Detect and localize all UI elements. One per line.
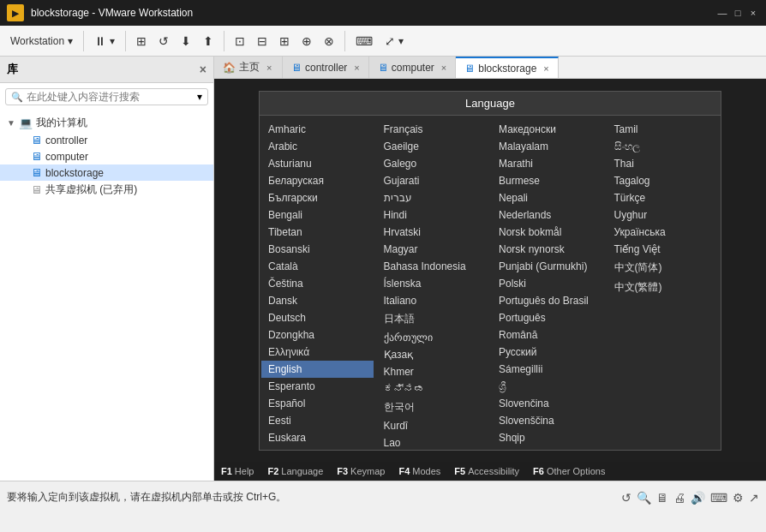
lang-item-english[interactable]: English [261,361,374,378]
lang-item-albanian[interactable]: Shqip [492,429,604,446]
lang-item-norsk-bokmal[interactable]: Norsk bokmål [492,224,604,241]
tab-controller-close[interactable]: × [354,63,359,73]
tab-controller[interactable]: 🖥 controller × [283,57,369,79]
lang-item-norsk-nynorsk[interactable]: Norsk nynorsk [492,241,604,258]
resume-button[interactable]: ⬆ [198,31,218,51]
lang-item-cestina[interactable]: Čeština [261,275,374,292]
lang-item-portuguese[interactable]: Português [492,309,604,326]
lang-item-hindi[interactable]: Hindi [377,206,489,224]
lang-item-euskara[interactable]: Euskara [261,429,374,446]
lang-item-polski[interactable]: Polski [492,275,604,292]
window-btn-3[interactable]: ⊞ [274,31,295,51]
status-icon-sound[interactable]: 🔊 [691,491,705,505]
lang-item-zh-simplified[interactable]: 中文(简体) [607,258,720,278]
f4-item[interactable]: F4 Modes [398,466,440,476]
suspend-button[interactable]: ⬇ [176,31,196,51]
lang-item-gaeilge[interactable]: Gaeilge [377,138,489,155]
window-btn-2[interactable]: ⊟ [252,31,272,51]
lang-item-punjabi[interactable]: Punjabi (Gurmukhi) [492,258,604,275]
window-btn-4[interactable]: ⊕ [296,31,317,51]
vm-settings-button[interactable]: ⊞ [131,31,152,51]
close-button[interactable]: × [747,7,759,19]
snapshot-button[interactable]: ↺ [153,31,174,51]
tab-home[interactable]: 🏠 主页 × [214,57,283,79]
lang-item-bengali[interactable]: Bengali [261,206,374,224]
tree-item-my-computer[interactable]: ▼ 💻 我的计算机 [0,114,213,132]
lang-item-espanol[interactable]: Español [261,395,374,412]
window-btn-5[interactable]: ⊗ [319,31,339,51]
lang-item-marathi[interactable]: Marathi [492,155,604,172]
status-icon-print[interactable]: 🖨 [673,491,685,505]
lang-item-esperanto[interactable]: Esperanto [261,378,374,395]
lang-item-tamil[interactable]: Tamil [607,121,720,138]
lang-item-turkish[interactable]: Türkçe [607,189,720,206]
lang-item-thai[interactable]: Thai [607,155,720,172]
f3-item[interactable]: F3 Keymap [337,466,385,476]
lang-item-galego[interactable]: Galego [377,155,489,172]
lang-item-catala[interactable]: Català [261,258,374,275]
lang-item-sinhala2[interactable]: සිංහල [607,138,720,155]
lang-item-vietnamese[interactable]: Tiếng Việt [607,241,720,258]
lang-item-asturianu[interactable]: Asturianu [261,155,374,172]
status-icon-monitor[interactable]: 🖥 [656,491,668,505]
lang-item-bulgarski[interactable]: Български [261,189,374,206]
lang-item-kazakh[interactable]: Қазақ [377,346,489,363]
tab-blockstorage-close[interactable]: × [543,63,548,74]
status-icon-gear[interactable]: ⚙ [733,491,744,505]
lang-item-farsi[interactable]: فارسی [261,446,374,450]
lang-item-slovak[interactable]: Slovenčina [492,395,604,412]
lang-item-greek[interactable]: Ελληνικά [261,344,374,361]
minimize-button[interactable]: — [716,7,728,19]
lang-item-dutch[interactable]: Nederlands [492,206,604,224]
console-button[interactable]: ⌨ [350,31,378,51]
lang-item-islenska[interactable]: Íslenska [377,275,489,292]
maximize-button[interactable]: □ [732,7,744,19]
lang-item-korean[interactable]: 한국어 [377,398,489,417]
lang-item-bahasa[interactable]: Bahasa Indonesia [377,258,489,275]
pause-button[interactable]: ⏸▾ [89,31,120,51]
sidebar-close-button[interactable]: × [200,63,206,76]
lang-item-amharic[interactable]: Amharic [261,121,374,138]
lang-item-hebrew[interactable]: עברית [377,189,489,206]
lang-item-sami[interactable]: Sámegillii [492,361,604,378]
lang-item-slovenian[interactable]: Slovenščina [492,412,604,429]
lang-item-khmer[interactable]: Khmer [377,363,489,380]
tree-item-computer[interactable]: 🖥 computer [0,148,213,164]
lang-item-magyar[interactable]: Magyar [377,241,489,258]
status-icon-expand[interactable]: ↗ [749,491,759,505]
lang-item-romanian[interactable]: Română [492,326,604,344]
lang-item-zh-traditional[interactable]: 中文(繁體) [607,278,720,297]
lang-item-lao[interactable]: Lao [377,434,489,450]
lang-item-macedonian[interactable]: Македонски [492,121,604,138]
f2-item[interactable]: F2 Language [267,466,323,476]
lang-item-kurdi[interactable]: Kurdî [377,417,489,434]
f6-item[interactable]: F6 Other Options [533,466,605,476]
f1-item[interactable]: F1 Help [221,466,254,476]
lang-item-japanese[interactable]: 日本語 [377,309,489,329]
lang-item-ukrainian[interactable]: Українська [607,224,720,241]
f5-item[interactable]: F5 Accessibility [454,466,519,476]
lang-item-arabic[interactable]: Arabic [261,138,374,155]
lang-item-italiano[interactable]: Italiano [377,292,489,309]
tab-home-close[interactable]: × [266,63,272,73]
lang-item-kannada[interactable]: ಕನ್ನಡ [377,380,489,398]
lang-item-georgian[interactable]: ქართული [377,329,489,346]
lang-item-hrvatski[interactable]: Hrvatski [377,224,489,241]
lang-item-russian[interactable]: Русский [492,344,604,361]
sidebar-search-box[interactable]: 🔍 ▾ [5,88,208,105]
lang-item-bosanski[interactable]: Bosanski [261,241,374,258]
tree-item-blockstorage[interactable]: 🖥 blockstorage [0,164,213,181]
lang-item-dzongkha[interactable]: Dzongkha [261,326,374,344]
status-icon-1[interactable]: ↺ [621,491,631,505]
fullscreen-button[interactable]: ⤢▾ [380,31,409,51]
window-btn-1[interactable]: ⊡ [230,31,250,51]
tab-computer[interactable]: 🖥 computer × [369,57,456,79]
lang-item-francais[interactable]: Français [377,121,489,138]
lang-item-belarusskaya[interactable]: Беларуская [261,172,374,189]
tree-item-controller[interactable]: 🖥 controller [0,132,213,148]
status-icon-2[interactable]: 🔍 [637,491,651,505]
lang-item-dansk[interactable]: Dansk [261,292,374,309]
lang-item-malayalam[interactable]: Malayalam [492,138,604,155]
lang-item-burmese[interactable]: Burmese [492,172,604,189]
lang-item-serbian[interactable]: Српски [492,446,604,450]
